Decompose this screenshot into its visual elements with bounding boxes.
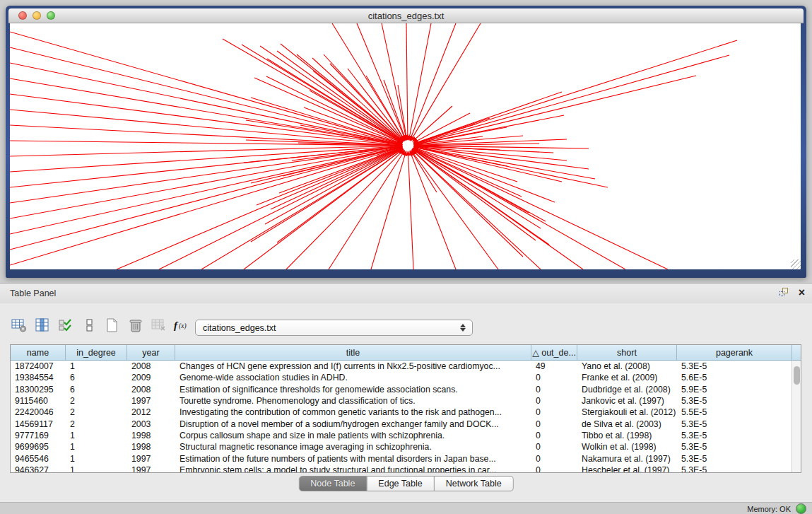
table-row[interactable]: 2242004622012Investigating the contribut… <box>11 407 801 418</box>
table-cell[interactable]: 14569117 <box>11 419 66 429</box>
vertical-scrollbar[interactable] <box>792 361 801 472</box>
table-cell[interactable]: 2 <box>66 407 127 417</box>
table-cell[interactable]: 0 <box>531 419 577 429</box>
table-row[interactable]: 946362711997Embryonic stem cells: a mode… <box>11 465 801 473</box>
table-cell[interactable]: Investigating the contribution of common… <box>175 407 531 417</box>
column-header-name[interactable]: name <box>11 345 66 360</box>
table-cell[interactable]: Disruption of a novel member of a sodium… <box>175 419 531 429</box>
column-header-in_degree[interactable]: in_degree <box>66 345 127 360</box>
table-cell[interactable]: 1 <box>66 431 127 440</box>
table-cell[interactable]: 5.3E-5 <box>677 454 792 464</box>
table-cell[interactable]: 9465546 <box>11 454 66 464</box>
table-cell[interactable]: 2 <box>66 396 127 406</box>
table-cell[interactable]: 5.3E-5 <box>677 465 792 473</box>
tab-edge-table[interactable]: Edge Table <box>367 476 434 491</box>
network-canvas[interactable] <box>10 23 801 269</box>
table-cell[interactable]: 1 <box>66 361 127 371</box>
select-rows-icon[interactable] <box>57 317 75 334</box>
table-cell[interactable]: Dudbridge et al. (2008) <box>577 385 677 395</box>
table-cell[interactable]: 1 <box>66 454 127 464</box>
table-cell[interactable]: Estimation of significance thresholds fo… <box>175 385 531 395</box>
table-cell[interactable]: Franke et al. (2009) <box>577 373 677 382</box>
column-header-year[interactable]: year <box>127 345 175 360</box>
show-column-icon[interactable] <box>33 317 52 334</box>
table-cell[interactable]: Yano et al. (2008) <box>577 361 677 371</box>
table-cell[interactable]: 0 <box>531 396 577 406</box>
table-cell[interactable]: 18300295 <box>11 385 66 395</box>
table-cell[interactable]: 49 <box>531 361 577 371</box>
table-cell[interactable]: Jankovic et al. (1997) <box>577 396 677 406</box>
table-cell[interactable]: Embryonic stem cells: a model to study s… <box>175 465 531 473</box>
table-cell[interactable]: Estimation of the future numbers of pati… <box>175 454 531 464</box>
table-cell[interactable]: 0 <box>531 431 577 440</box>
table-cell[interactable]: 5.3E-5 <box>677 419 792 429</box>
table-cell[interactable]: 2008 <box>127 385 175 395</box>
table-cell[interactable]: Stergiakouli et al. (2012) <box>577 407 677 417</box>
table-row[interactable]: 969969511998Structural magnetic resonanc… <box>11 441 801 452</box>
table-cell[interactable]: 0 <box>531 407 577 417</box>
table-cell[interactable]: 18724007 <box>11 361 66 371</box>
row-height-icon[interactable] <box>80 317 98 334</box>
column-header-short[interactable]: short <box>577 345 677 360</box>
table-cell[interactable]: Structural magnetic resonance image aver… <box>175 442 531 452</box>
function-builder-icon[interactable]: f(x) <box>173 317 192 334</box>
column-header-title[interactable]: title <box>175 345 531 360</box>
table-cell[interactable]: de Silva et al. (2003) <box>577 419 677 429</box>
table-cell[interactable]: 1998 <box>127 442 175 452</box>
table-cell[interactable]: 1998 <box>127 431 175 440</box>
scrollbar-thumb[interactable] <box>794 366 800 385</box>
table-cell[interactable]: 1997 <box>127 454 175 464</box>
table-cell[interactable]: 0 <box>531 442 577 452</box>
table-cell[interactable]: 5.3E-5 <box>677 361 792 371</box>
table-row[interactable]: 1872400712008Changes of HCN gene express… <box>11 361 801 372</box>
table-cell[interactable]: 2003 <box>127 419 175 429</box>
table-cell[interactable]: 1997 <box>127 465 175 473</box>
float-panel-icon[interactable] <box>779 287 790 298</box>
table-cell[interactable]: 6 <box>66 385 127 395</box>
table-cell[interactable]: 1997 <box>127 396 175 406</box>
table-cell[interactable]: Tourette syndrome. Phenomenology and cla… <box>175 396 531 406</box>
column-header-out_de[interactable]: △ out_de... <box>531 345 577 360</box>
table-cell[interactable]: Tibbo et al. (1998) <box>577 431 677 440</box>
close-panel-icon[interactable]: × <box>799 288 805 298</box>
network-window-titlebar[interactable]: citations_edges.txt <box>8 8 804 23</box>
table-cell[interactable]: 9115460 <box>11 396 66 406</box>
table-cell[interactable]: 5.5E-5 <box>677 407 792 417</box>
table-row[interactable]: 977716911998Corpus callosum shape and si… <box>11 430 801 441</box>
table-row[interactable]: 946554611997Estimation of the future num… <box>11 452 801 464</box>
table-cell[interactable]: 9699695 <box>11 442 66 452</box>
table-cell[interactable]: 2009 <box>127 373 175 382</box>
table-row[interactable]: 1830029562008Estimation of significance … <box>11 384 801 395</box>
table-settings-icon[interactable] <box>10 317 28 334</box>
table-cell[interactable]: 5.3E-5 <box>677 396 792 406</box>
delete-rows-icon[interactable] <box>126 317 145 334</box>
table-cell[interactable]: 2 <box>66 419 127 429</box>
table-cell[interactable]: 0 <box>531 385 577 395</box>
table-cell[interactable]: 2008 <box>127 361 175 371</box>
table-row[interactable]: 1456911722003Disruption of a novel membe… <box>11 418 801 429</box>
table-cell[interactable]: Changes of HCN gene expression and I(f) … <box>175 361 531 371</box>
table-cell[interactable]: Hescheler et al. (1997) <box>577 465 677 473</box>
table-cell[interactable]: 19384554 <box>11 373 66 382</box>
table-cell[interactable]: 0 <box>531 454 577 464</box>
table-cell[interactable]: Corpus callosum shape and size in male p… <box>175 431 531 440</box>
delete-table-icon[interactable] <box>150 317 168 334</box>
table-cell[interactable]: 9777169 <box>11 431 66 440</box>
table-cell[interactable]: 5.6E-5 <box>677 373 792 382</box>
table-cell[interactable]: 22420046 <box>11 407 66 417</box>
memory-status-indicator[interactable] <box>796 503 806 514</box>
table-cell[interactable]: 1 <box>66 442 127 452</box>
table-cell[interactable]: 0 <box>531 465 577 473</box>
table-cell[interactable]: 9463627 <box>11 465 66 473</box>
table-cell[interactable]: Genome-wide association studies in ADHD. <box>175 373 531 382</box>
table-cell[interactable]: 6 <box>66 373 127 382</box>
table-cell[interactable]: 2012 <box>127 407 175 417</box>
canvas-resize-grip[interactable] <box>791 259 801 269</box>
table-cell[interactable]: Wolkin et al. (1998) <box>577 442 677 452</box>
table-cell[interactable]: 5.9E-5 <box>677 385 792 395</box>
table-row[interactable]: 911546021997Tourette syndrome. Phenomeno… <box>11 395 801 407</box>
table-cell[interactable]: 1 <box>66 465 127 473</box>
column-header-pagerank[interactable]: pagerank <box>677 345 792 360</box>
table-row[interactable]: 1938455462009Genome-wide association stu… <box>11 372 801 383</box>
new-table-icon[interactable] <box>103 317 122 334</box>
